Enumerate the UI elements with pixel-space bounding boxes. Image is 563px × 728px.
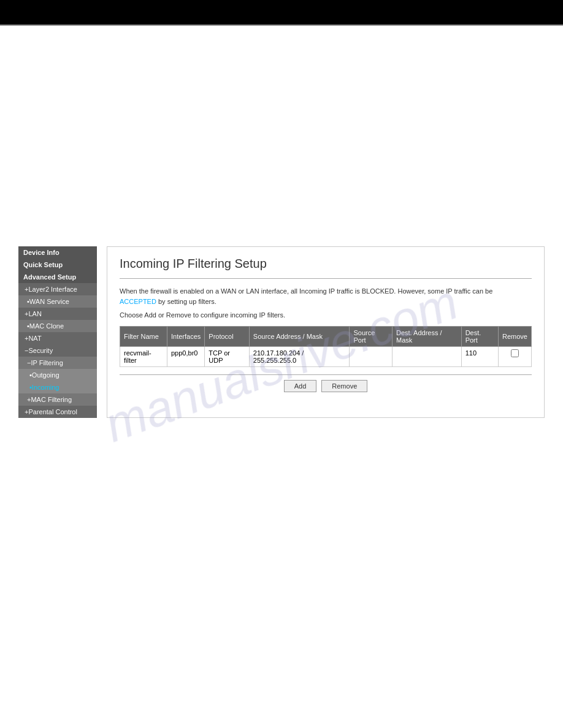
filter-table: Filter Name Interfaces Protocol Source A…: [120, 326, 532, 367]
top-bar: [0, 0, 563, 25]
info-accepted: ACCEPTED: [120, 298, 156, 305]
col-header-dest-port: Dest. Port: [461, 327, 498, 347]
sidebar: Device Info Quick Setup Advanced Setup +…: [18, 246, 97, 418]
col-header-filter-name: Filter Name: [120, 327, 167, 347]
cell-filter-name: recvmail-filter: [120, 347, 167, 367]
remove-checkbox[interactable]: [511, 349, 519, 357]
main-layout: Device Info Quick Setup Advanced Setup +…: [0, 234, 563, 430]
sidebar-item-mac-filtering[interactable]: +MAC Filtering: [18, 393, 97, 406]
sidebar-item-advanced-setup[interactable]: Advanced Setup: [18, 271, 97, 283]
sidebar-item-parental-control[interactable]: +Parental Control: [18, 406, 97, 418]
col-header-source-address: Source Address / Mask: [249, 327, 350, 347]
info-text-line2: by setting up filters.: [156, 298, 216, 305]
sidebar-item-layer2-interface[interactable]: +Layer2 Interface: [18, 283, 97, 295]
sidebar-item-lan[interactable]: +LAN: [18, 308, 97, 320]
sidebar-item-ip-filtering[interactable]: −IP Filtering: [18, 357, 97, 369]
cell-dest-port: 110: [461, 347, 498, 367]
sidebar-item-outgoing[interactable]: •Outgoing: [18, 369, 97, 381]
content-panel: Incoming IP Filtering Setup When the fir…: [107, 246, 545, 418]
col-header-interfaces: Interfaces: [167, 327, 205, 347]
info-paragraph: When the firewall is enabled on a WAN or…: [120, 286, 532, 306]
col-header-remove: Remove: [498, 327, 531, 347]
title-divider: [120, 278, 532, 279]
choose-text: Choose Add or Remove to configure incomi…: [120, 311, 532, 319]
sidebar-item-quick-setup[interactable]: Quick Setup: [18, 259, 97, 271]
cell-protocol: TCP or UDP: [205, 347, 250, 367]
sidebar-item-security[interactable]: −Security: [18, 344, 97, 357]
sidebar-item-device-info[interactable]: Device Info: [18, 246, 97, 259]
cell-source-port: [350, 347, 393, 367]
sidebar-item-nat[interactable]: +NAT: [18, 332, 97, 344]
cell-interfaces: ppp0,br0: [167, 347, 205, 367]
info-text-line1: When the firewall is enabled on a WAN or…: [120, 287, 492, 295]
sidebar-item-incoming[interactable]: •Incoming: [18, 381, 97, 393]
cell-dest-address: [392, 347, 461, 367]
page-title: Incoming IP Filtering Setup: [120, 257, 532, 271]
top-divider: [0, 25, 563, 26]
col-header-protocol: Protocol: [205, 327, 250, 347]
add-button[interactable]: Add: [284, 380, 317, 392]
remove-button[interactable]: Remove: [321, 380, 367, 392]
sidebar-item-mac-clone[interactable]: •MAC Clone: [18, 320, 97, 332]
cell-remove[interactable]: [498, 347, 531, 367]
button-row: Add Remove: [120, 374, 532, 392]
col-header-dest-address: Dest. Address / Mask: [392, 327, 461, 347]
cell-source-address: 210.17.180.204 / 255.255.255.0: [249, 347, 350, 367]
table-row: recvmail-filter ppp0,br0 TCP or UDP 210.…: [120, 347, 532, 367]
sidebar-item-wan-service[interactable]: •WAN Service: [18, 295, 97, 308]
col-header-source-port: Source Port: [350, 327, 393, 347]
